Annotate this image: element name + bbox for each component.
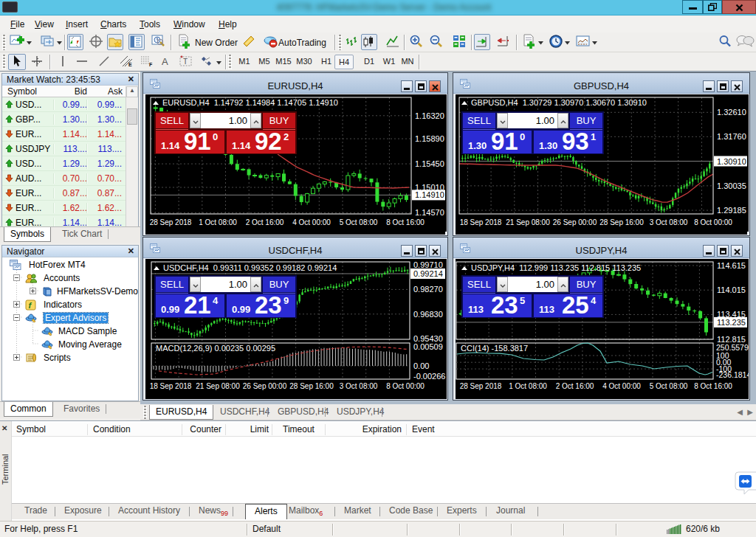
svg-text:8 Oct 00:00: 8 Oct 00:00 <box>386 382 425 390</box>
svg-text:2 Oct 16:00: 2 Oct 16:00 <box>246 218 284 226</box>
svg-text:T: T <box>183 58 188 66</box>
svg-text:1.14910: 1.14910 <box>415 190 444 199</box>
svg-text:E: E <box>128 62 132 67</box>
svg-text:0.96830: 0.96830 <box>413 310 443 319</box>
svg-text:1.15890: 1.15890 <box>415 134 444 143</box>
svg-text:2 Oct 16:00: 2 Oct 16:00 <box>556 382 594 390</box>
svg-text:0.00509: 0.00509 <box>413 342 443 351</box>
svg-text:3 Oct 08:00: 3 Oct 08:00 <box>340 382 378 390</box>
svg-text:4 Oct 00:00: 4 Oct 00:00 <box>602 382 641 390</box>
svg-text:28 Sep 16:00: 28 Sep 16:00 <box>599 218 644 226</box>
svg-text:114.615: 114.615 <box>717 261 746 270</box>
svg-text:8 Oct 16:00: 8 Oct 16:00 <box>386 218 425 226</box>
svg-text:21 Sep 08:00: 21 Sep 08:00 <box>506 218 550 226</box>
svg-text:CCI(14) -158.3817: CCI(14) -158.3817 <box>461 344 528 353</box>
svg-text:EURUSD,H4 1.14792 1.14984 1.1: EURUSD,H4 1.14792 1.14984 1.14705 1.1491… <box>162 98 338 107</box>
svg-text:-0.00266: -0.00266 <box>413 372 445 381</box>
svg-text:MACD(12,26,9) 0.00235 0.00295: MACD(12,26,9) 0.00235 0.00295 <box>156 344 275 353</box>
svg-text:-236.1814: -236.1814 <box>716 370 749 379</box>
svg-text:21 Sep 08:00: 21 Sep 08:00 <box>196 382 240 390</box>
svg-text:26 Sep 00:00: 26 Sep 00:00 <box>553 218 597 226</box>
svg-text:F: F <box>149 62 153 67</box>
svg-text:4 Oct 00:00: 4 Oct 00:00 <box>292 218 331 226</box>
svg-text:1.32610: 1.32610 <box>717 108 746 117</box>
svg-text:1.29185: 1.29185 <box>717 206 746 215</box>
svg-text:18 Sep 2018: 18 Sep 2018 <box>460 218 502 226</box>
svg-text:USDJPY,H4 112.999 113.235 112: USDJPY,H4 112.999 113.235 112.815 113.23… <box>471 263 641 272</box>
svg-text:0.00: 0.00 <box>413 361 429 370</box>
svg-text:5 Oct 08:00: 5 Oct 08:00 <box>650 382 688 390</box>
svg-text:1.14570: 1.14570 <box>415 208 444 217</box>
svg-text:28 Sep 2018: 28 Sep 2018 <box>150 218 192 226</box>
svg-text:1.30910: 1.30910 <box>717 157 746 166</box>
svg-text:USDCHF,H4 0.99311 0.99352 0.9: USDCHF,H4 0.99311 0.99352 0.99182 0.9921… <box>163 263 337 272</box>
svg-text:1.16320: 1.16320 <box>415 111 444 120</box>
svg-text:0.99710: 0.99710 <box>413 260 443 269</box>
svg-text:8 Oct 00:00: 8 Oct 00:00 <box>694 218 732 226</box>
svg-text:26 Sep 00:00: 26 Sep 00:00 <box>243 382 287 390</box>
svg-text:1.15450: 1.15450 <box>415 159 444 168</box>
svg-text:114.015: 114.015 <box>717 285 746 294</box>
svg-text:28 Sep 16:00: 28 Sep 16:00 <box>289 382 334 390</box>
svg-text:GBPUSD,H4 1.30729 1.30970 1.3: GBPUSD,H4 1.30729 1.30970 1.30670 1.3091… <box>471 98 647 107</box>
svg-text:113.235: 113.235 <box>717 318 746 327</box>
svg-text:5 Oct 08:00: 5 Oct 08:00 <box>340 218 378 226</box>
svg-text:18 Sep 2018: 18 Sep 2018 <box>150 382 192 390</box>
svg-text:28 Sep 2018: 28 Sep 2018 <box>460 382 502 390</box>
svg-text:1.31760: 1.31760 <box>717 132 746 141</box>
svg-text:1 Oct 08:00: 1 Oct 08:00 <box>199 218 237 226</box>
svg-text:1 Oct 08:00: 1 Oct 08:00 <box>509 382 547 390</box>
svg-text:1.30035: 1.30035 <box>717 181 746 190</box>
svg-text:3 Oct 08:00: 3 Oct 08:00 <box>650 218 688 226</box>
svg-text:8 Oct 16:00: 8 Oct 16:00 <box>694 382 732 390</box>
svg-text:0.98270: 0.98270 <box>413 285 443 294</box>
svg-text:A: A <box>162 56 168 67</box>
svg-text:0.99214: 0.99214 <box>413 269 443 278</box>
